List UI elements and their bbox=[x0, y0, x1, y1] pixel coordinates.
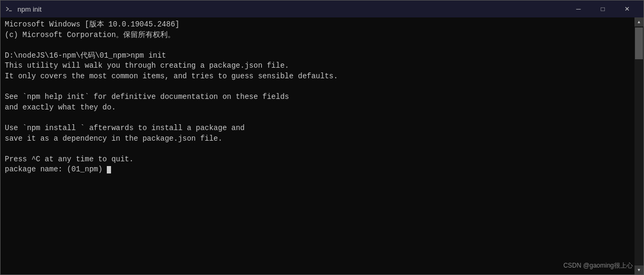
scroll-up-arrow[interactable]: ▲ bbox=[634, 17, 643, 26]
scrollbar[interactable]: ▲ ▼ bbox=[634, 17, 643, 274]
window-title: npm init bbox=[17, 5, 42, 13]
window-controls: ─ □ ✕ bbox=[566, 1, 639, 17]
watermark: CSDN @gaoming很上心 bbox=[563, 261, 633, 270]
maximize-button[interactable]: □ bbox=[591, 1, 615, 17]
minimize-button[interactable]: ─ bbox=[566, 1, 591, 17]
terminal-body: Microsoft Windows [版本 10.0.19045.2486] (… bbox=[1, 17, 643, 274]
title-bar-left: npm init bbox=[5, 5, 42, 13]
close-button[interactable]: ✕ bbox=[615, 1, 639, 17]
scrollbar-track[interactable] bbox=[634, 26, 643, 265]
scrollbar-thumb[interactable] bbox=[635, 28, 643, 59]
scroll-down-arrow[interactable]: ▼ bbox=[634, 265, 643, 274]
cursor bbox=[107, 166, 111, 173]
terminal-window: npm init ─ □ ✕ Microsoft Windows [版本 10.… bbox=[0, 0, 644, 275]
terminal-content[interactable]: Microsoft Windows [版本 10.0.19045.2486] (… bbox=[1, 17, 634, 274]
title-bar: npm init ─ □ ✕ bbox=[1, 1, 643, 17]
terminal-icon bbox=[5, 5, 13, 13]
